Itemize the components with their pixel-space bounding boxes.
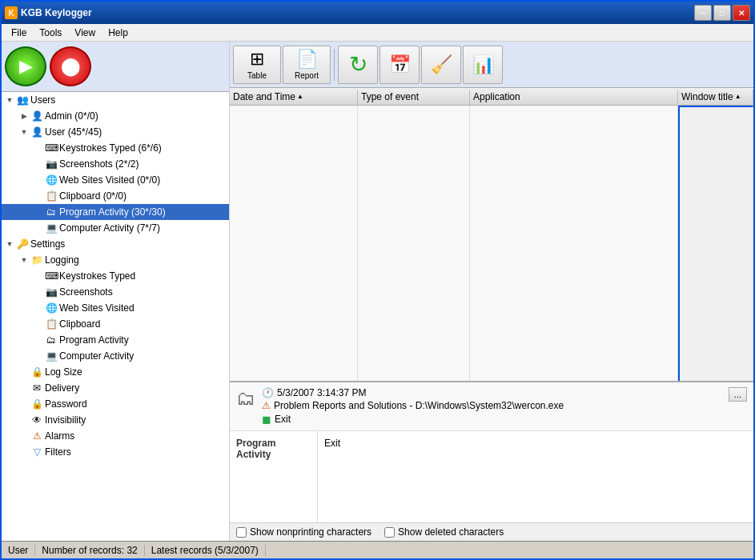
expand-logging[interactable]: ▼ [18,254,30,266]
status-latest: Latest records (5/3/2007) [145,545,266,556]
menu-help[interactable]: Help [102,26,135,40]
filter-row [230,106,753,381]
left-toolbar: ▶ ⬤ [2,42,229,92]
report-button[interactable]: 📄 Report [283,46,331,84]
expand-keystrokes [32,142,45,154]
menu-tools[interactable]: Tools [33,26,68,40]
tree-item-users[interactable]: ▼ 👥 Users [2,92,229,108]
chart-button[interactable]: 📊 [463,46,503,84]
tree-item-password[interactable]: 🔒 Password [2,396,229,412]
expand-program [32,206,45,218]
calendar-button[interactable]: 📅 [380,46,420,84]
detail-more-button[interactable]: ... [729,387,747,402]
tree-item-clipboard[interactable]: 📋 Clipboard (0*/0) [2,188,229,204]
table-header: Date and Time ▲ Type of event Applicatio… [230,88,753,106]
tree-item-websites[interactable]: 🌐 Web Sites Visited (0*/0) [2,172,229,188]
minimize-button[interactable]: ─ [694,5,712,21]
clean-icon: 🧹 [431,54,452,75]
nonprinting-checkbox[interactable] [236,527,247,538]
tree-label-keystrokes: Keystrokes Typed (6*/6) [59,142,162,154]
show-nonprinting: Show nonprinting characters [236,526,371,538]
tree-item-logging[interactable]: ▼ 📁 Logging [2,252,229,268]
status-bar: User Number of records: 32 Latest record… [2,541,753,558]
right-panel: ⊞ Table 📄 Report ↻ 📅 🧹 📊 [230,42,753,541]
detail-event-row: ◼ Exit [262,413,722,426]
log-clip-icon: 📋 [45,318,58,330]
menu-file[interactable]: File [5,26,33,40]
th-window-label: Window title [681,91,733,102]
table-label: Table [247,71,267,80]
tree-label-invisibility: Invisibility [45,414,86,426]
expand-user45[interactable]: ▼ [18,126,30,138]
th-date[interactable]: Date and Time ▲ [230,90,358,104]
tree-item-admin[interactable]: ▶ 👤 Admin (0*/0) [2,108,229,124]
tree-label-log-screenshots: Screenshots [59,286,113,298]
maximize-button[interactable]: □ [713,5,731,21]
tree-item-computer[interactable]: 💻 Computer Activity (7*/7) [2,220,229,236]
tree-item-settings[interactable]: ▼ 🔑 Settings [2,236,229,252]
calendar-icon: 📅 [389,54,411,75]
refresh-button[interactable]: ↻ [338,46,378,84]
admin-icon: 👤 [30,110,43,122]
detail-content-text: Exit [324,438,340,449]
play-button[interactable]: ▶ [5,46,46,86]
expand-settings[interactable]: ▼ [3,238,16,250]
filter-window [678,106,753,381]
report-label: Report [295,71,319,80]
tree-item-invisibility[interactable]: 👁 Invisibility [2,412,229,428]
tree-label-websites: Web Sites Visited (0*/0) [59,174,160,186]
th-type[interactable]: Type of event [358,90,470,104]
tree-item-log-screenshots[interactable]: 📷 Screenshots [2,284,229,300]
tree-item-log-clipboard[interactable]: 📋 Clipboard [2,316,229,332]
tree-item-keystrokes[interactable]: ⌨ Keystrokes Typed (6*/6) [2,140,229,156]
tree-item-log-websites[interactable]: 🌐 Web Sites Visited [2,300,229,316]
detail-content: Exit [318,431,753,522]
tree-label-computer: Computer Activity (7*/7) [59,222,160,234]
tree-item-log-computer[interactable]: 💻 Computer Activity [2,348,229,364]
detail-body: Program Activity Exit [230,431,753,522]
tree-item-log-program[interactable]: 🗂 Program Activity [2,332,229,348]
table-button[interactable]: ⊞ Table [233,46,281,84]
expand-websites [32,174,45,186]
th-application[interactable]: Application [470,90,678,104]
app-icon: K [5,6,18,19]
window-controls: ─ □ ✕ [694,5,750,21]
tree-item-user45[interactable]: ▼ 👤 User (45*/45) [2,124,229,140]
main-content: ▶ ⬤ ▼ 👥 Users ▶ 👤 Admin (0*/0) [2,42,753,541]
tree-item-logsize[interactable]: 🔒 Log Size [2,364,229,380]
program-icon: 🗂 [45,206,58,218]
users-icon: 👥 [16,94,29,106]
tree-label-filters: Filters [45,446,71,458]
expand-delivery [18,382,30,394]
user45-icon: 👤 [30,126,43,138]
expand-filters [18,446,30,458]
expand-password [18,398,30,410]
th-window[interactable]: Window title ▲ [678,90,753,104]
log-key-icon: ⌨ [45,270,58,282]
tree-item-program[interactable]: 🗂 Program Activity (30*/30) [2,204,229,220]
detail-app-icon: ⚠ [262,400,271,411]
tree-label-settings: Settings [30,238,65,250]
tree-item-log-keystrokes[interactable]: ⌨ Keystrokes Typed [2,268,229,284]
tree-label-password: Password [45,398,87,410]
detail-event-icon: ◼ [262,413,271,426]
filter-app [470,106,678,381]
log-screen-icon: 📷 [45,286,58,298]
expand-users[interactable]: ▼ [3,94,16,106]
tree-item-alarms[interactable]: ⚠ Alarms [2,428,229,444]
tree-label-delivery: Delivery [45,382,79,394]
deleted-checkbox[interactable] [384,527,395,538]
filter-type [358,106,470,381]
nonprinting-label: Show nonprinting characters [250,526,371,538]
th-app-label: Application [473,91,520,102]
tree-item-filters[interactable]: ▽ Filters [2,444,229,460]
menu-view[interactable]: View [68,26,102,40]
tree-item-screenshots[interactable]: 📷 Screenshots (2*/2) [2,156,229,172]
expand-admin[interactable]: ▶ [18,110,30,122]
stop-button[interactable]: ⬤ [50,46,91,86]
close-button[interactable]: ✕ [733,5,750,21]
refresh-icon: ↻ [349,51,367,78]
tree-item-delivery[interactable]: ✉ Delivery [2,380,229,396]
password-icon: 🔒 [30,398,43,410]
clean-button[interactable]: 🧹 [421,46,461,84]
